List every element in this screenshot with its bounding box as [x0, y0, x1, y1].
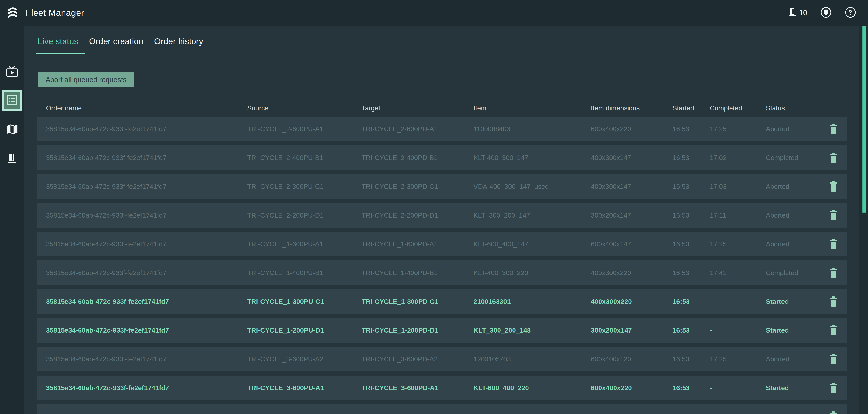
cell-started: 16:53 — [673, 326, 710, 334]
cell-status: Aborted — [766, 355, 819, 363]
cell-status: Started — [766, 298, 819, 305]
svg-text:?: ? — [849, 9, 852, 16]
tab-live-status[interactable]: Live status — [38, 36, 78, 55]
vehicle-station-icon — [6, 152, 18, 165]
cell-completed: 17:25 — [710, 125, 766, 133]
cell-target: TRI-CYCLE_2-400PD-B1 — [362, 154, 473, 162]
delete-order-button[interactable] — [829, 267, 838, 278]
help-button[interactable]: ? — [845, 7, 856, 19]
delete-order-button[interactable] — [829, 239, 838, 250]
cell-item: KLT_300_200_147 — [473, 211, 591, 219]
order-row: 35815e34-60ab-472c-933f-fe2ef1741fd7 TRI… — [37, 289, 847, 314]
trash-icon — [829, 161, 838, 164]
cell-source: TRI-CYCLE_1-200PU-D1 — [247, 326, 362, 334]
cell-completed: 17:25 — [710, 355, 766, 363]
cell-status: Started — [766, 384, 819, 392]
order-row: 35815e34-60ab-472c-933f-fe2ef1741fd7 TRI… — [37, 347, 847, 372]
sidebar-active-highlight — [2, 90, 23, 111]
topbar-actions: 10 ? — [788, 0, 856, 26]
trash-icon — [829, 190, 838, 193]
cell-item: KLT_300_200_148 — [473, 326, 591, 334]
cell-item: KLT-400_300_147 — [473, 154, 591, 162]
vehicle-icon — [788, 7, 797, 19]
column-header-completed: Completed — [710, 104, 766, 112]
tab-bar: Live status Order creation Order history — [38, 36, 203, 55]
trash-icon — [829, 247, 838, 250]
trash-icon — [829, 305, 838, 308]
cell-item-dimensions: 300x200x147 — [591, 326, 673, 334]
cell-item: VDA-400_300_147_used — [473, 183, 591, 191]
sidebar-item-map[interactable] — [0, 119, 24, 140]
delete-order-button[interactable] — [829, 325, 838, 336]
column-header-started: Started — [673, 104, 710, 112]
order-row: 35815e34-60ab-472c-933f-fe2ef1741fd7 TRI… — [37, 117, 847, 141]
sidebar — [0, 26, 24, 414]
scrollbar-track[interactable] — [859, 26, 868, 414]
cell-completed: 17:11 — [710, 211, 766, 219]
delete-order-button[interactable] — [829, 181, 838, 192]
cell-target: TRI-CYCLE_2-300PD-C1 — [362, 183, 473, 191]
cell-item: 2100163301 — [473, 298, 591, 305]
cell-item: KLT-600_400_220 — [473, 384, 591, 392]
app-logo-stack-icon — [7, 6, 18, 19]
orders-table: Order name Source Target Item Item dimen… — [37, 100, 847, 414]
delete-order-button[interactable] — [829, 152, 838, 163]
cell-order-name: 35815e34-60ab-472c-933f-fe2ef1741fd7 — [37, 125, 247, 133]
cell-item-dimensions: 400x300x220 — [591, 269, 673, 277]
cell-order-name: 35815e34-60ab-472c-933f-fe2ef1741fd7 — [37, 183, 247, 191]
tab-order-history[interactable]: Order history — [154, 36, 203, 55]
delete-order-button[interactable] — [829, 296, 838, 307]
delete-order-button[interactable] — [829, 354, 838, 365]
bell-icon — [820, 7, 832, 19]
cell-order-name: 35815e34-60ab-472c-933f-fe2ef1741fd7 — [37, 269, 247, 277]
cell-item-dimensions: 600x400x147 — [591, 240, 673, 248]
brand: Fleet Manager — [0, 6, 84, 19]
trash-icon — [829, 363, 838, 365]
abort-all-queued-requests-button[interactable]: Abort all queued requests — [38, 72, 134, 88]
delete-order-button[interactable] — [829, 210, 838, 221]
cell-source: TRI-CYCLE_1-600PU-A1 — [247, 240, 362, 248]
delete-order-button[interactable] — [829, 411, 838, 414]
cell-target: TRI-CYCLE_1-200PD-D1 — [362, 326, 473, 334]
cell-started: 16:53 — [673, 125, 710, 133]
delete-order-button[interactable] — [829, 124, 838, 135]
cell-item-dimensions: 600x400x220 — [591, 125, 673, 133]
cell-completed: 17:41 — [710, 269, 766, 277]
cell-status: Started — [766, 326, 819, 334]
cell-status: Aborted — [766, 211, 819, 219]
cell-item-dimensions: 300x200x147 — [591, 211, 673, 219]
tv-play-icon — [6, 66, 18, 78]
cell-item: KLT-400_300_220 — [473, 269, 591, 277]
delete-order-button[interactable] — [829, 382, 838, 393]
cell-target: TRI-CYCLE_2-600PD-A1 — [362, 125, 473, 133]
cell-source: TRI-CYCLE_2-300PU-C1 — [247, 183, 362, 191]
order-row: 35815e34-60ab-472c-933f-fe2ef1741fd7 TRI… — [37, 318, 847, 343]
vehicle-count-value: 10 — [799, 9, 807, 17]
vehicle-count-indicator[interactable]: 10 — [788, 7, 807, 19]
cell-started: 16:53 — [673, 154, 710, 162]
cell-target: TRI-CYCLE_3-600PD-A1 — [362, 384, 473, 392]
trash-icon — [829, 132, 838, 135]
cell-completed: - — [710, 298, 766, 305]
order-row: 35815e34-60ab-472c-933f-fe2ef1741fd7 TRI… — [37, 261, 847, 285]
topbar: Fleet Manager 10 — [0, 0, 868, 26]
cell-order-name: 35815e34-60ab-472c-933f-fe2ef1741fd7 — [37, 240, 247, 248]
sidebar-item-orders[interactable] — [0, 90, 24, 111]
tab-order-creation[interactable]: Order creation — [89, 36, 144, 55]
cell-item-dimensions: 600x400x120 — [591, 355, 673, 363]
scrollbar-thumb[interactable] — [863, 26, 866, 213]
column-header-source: Source — [247, 104, 362, 112]
cell-started: 16:53 — [673, 269, 710, 277]
column-header-status: Status — [766, 104, 819, 112]
cell-item: 1200105703 — [473, 355, 591, 363]
order-row: 35815e34-60ab-472c-933f-fe2ef1741fd7 TRI… — [37, 376, 847, 400]
cell-source: TRI-CYCLE_1-300PU-C1 — [247, 298, 362, 305]
sidebar-item-vehicles[interactable] — [0, 148, 24, 169]
cell-item-dimensions: 400x300x220 — [591, 298, 673, 305]
cell-source: TRI-CYCLE_2-400PU-B1 — [247, 154, 362, 162]
trash-icon — [829, 218, 838, 221]
sidebar-item-live-view[interactable] — [0, 62, 24, 82]
cell-order-name: 35815e34-60ab-472c-933f-fe2ef1741fd7 — [37, 154, 247, 162]
cell-item: 1100088403 — [473, 125, 591, 133]
notifications-button[interactable] — [820, 7, 832, 19]
